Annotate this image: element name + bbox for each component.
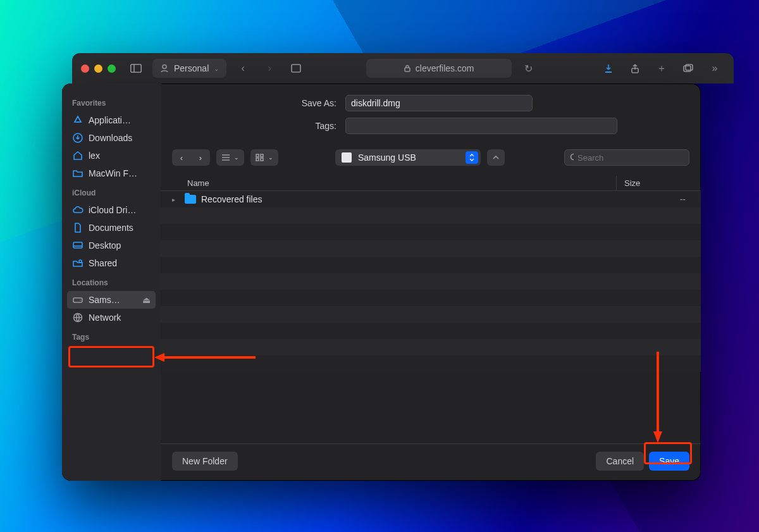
svg-rect-21 [261,154,263,157]
downloads-icon [72,132,83,144]
saveas-input[interactable] [345,95,533,111]
nav-forward-icon[interactable]: › [259,59,280,78]
svg-point-13 [79,260,82,263]
sidebar-item-label: iCloud Dri… [89,205,136,215]
sidebar-item-label: MacWin F… [89,168,137,178]
back-button[interactable]: ‹ [172,149,191,166]
file-name: Recovered files [201,194,262,204]
home-icon [72,150,83,161]
svg-rect-0 [131,65,141,72]
column-size[interactable]: Size [616,176,689,190]
chevron-down-icon: ⌄ [234,154,239,161]
group-button[interactable]: ⌄ [250,149,278,166]
reader-icon[interactable] [286,59,306,78]
svg-rect-11 [73,242,82,248]
file-list[interactable]: ▸ Recovered files -- [161,191,701,443]
tags-input[interactable] [345,118,617,134]
sidebar-item-samsung-usb[interactable]: Sams… ⏏ [67,291,156,309]
column-name[interactable]: Name [172,176,616,190]
folder-icon [185,195,196,204]
address-text: cleverfiles.com [416,63,474,73]
minimize-icon[interactable] [94,65,102,73]
lock-icon [404,65,410,72]
svg-point-2 [163,65,166,69]
reload-icon[interactable]: ↻ [518,59,538,78]
svg-point-15 [80,300,81,301]
svg-rect-23 [261,158,263,161]
sidebar-item-network[interactable]: Network [67,309,156,326]
svg-point-9 [77,121,78,123]
column-headers[interactable]: Name Size [161,172,701,191]
search-input[interactable] [577,153,684,163]
sidebar-item-desktop[interactable]: Desktop [67,237,156,254]
chevron-down-icon: ⌄ [214,65,219,72]
network-icon [72,312,83,323]
external-disk-icon [72,294,83,306]
sidebar-toggle-icon[interactable] [126,59,146,78]
safari-window: Personal ⌄ ‹ › cleverfiles.com ↻ ＋ » [72,53,734,84]
desktop-icon [72,240,83,251]
svg-rect-20 [256,154,259,157]
chevron-up-icon [493,155,499,160]
sidebar-item-downloads[interactable]: Downloads [67,129,156,147]
location-popup[interactable]: Samsung USB [335,149,481,166]
view-list-button[interactable]: ⌄ [216,149,244,166]
save-dialog: Favorites Applicati… Downloads lex MacWi… [62,84,701,481]
sidebar-item-label: Shared [89,258,117,268]
list-icon [221,154,230,161]
sidebar-item-label: Desktop [89,240,121,251]
search-field[interactable] [564,149,689,166]
finder-sidebar: Favorites Applicati… Downloads lex MacWi… [62,84,161,481]
share-icon[interactable] [625,59,645,78]
fullscreen-icon[interactable] [108,65,116,73]
save-button[interactable]: Save [649,452,689,471]
close-icon[interactable] [81,65,89,73]
svg-rect-4 [405,68,410,71]
sidebar-head-icloud: iCloud [67,182,156,201]
disclosure-icon[interactable]: ▸ [172,196,182,203]
folder-icon [72,168,83,179]
profile-label: Personal [174,63,209,73]
sidebar-item-documents[interactable]: Documents [67,219,156,237]
new-folder-button[interactable]: New Folder [172,452,238,471]
grid-icon [256,154,264,161]
file-size: -- [629,194,689,204]
svg-rect-14 [73,298,82,302]
sidebar-item-label: Downloads [89,133,132,143]
sidebar-head-locations: Locations [67,272,156,291]
updown-icon [466,151,478,164]
sidebar-head-tags: Tags [67,326,156,345]
tags-label: Tags: [172,121,336,131]
downloads-icon[interactable] [598,59,619,78]
table-row[interactable]: ▸ Recovered files -- [161,191,701,207]
sidebar-item-applications[interactable]: Applicati… [67,111,156,129]
overflow-icon[interactable]: » [705,59,725,78]
sidebar-item-home[interactable]: lex [67,147,156,164]
eject-icon[interactable]: ⏏ [142,295,151,305]
traffic-lights[interactable] [81,65,116,73]
sidebar-item-label: lex [89,151,100,161]
sidebar-item-label: Applicati… [89,115,131,125]
collapse-button[interactable] [487,149,505,166]
nav-back-icon[interactable]: ‹ [233,59,253,78]
svg-rect-3 [292,65,300,72]
forward-button[interactable]: › [191,149,210,166]
cancel-button[interactable]: Cancel [596,452,644,471]
svg-point-24 [571,154,574,160]
sidebar-item-label: Documents [89,223,133,233]
document-icon [72,222,83,233]
sidebar-item-macwin[interactable]: MacWin F… [67,164,156,182]
new-tab-icon[interactable]: ＋ [651,59,672,78]
chevron-down-icon: ⌄ [268,154,273,161]
sidebar-item-shared[interactable]: Shared [67,254,156,272]
location-label: Samsung USB [358,152,416,163]
sidebar-item-icloud-drive[interactable]: iCloud Dri… [67,201,156,219]
sidebar-item-label: Network [89,312,121,323]
disk-icon [342,152,352,163]
cloud-icon [72,204,83,216]
shared-icon [72,257,83,269]
sidebar-head-favorites: Favorites [67,92,156,111]
tabs-icon[interactable] [678,59,698,78]
profile-picker[interactable]: Personal ⌄ [152,59,226,78]
address-bar[interactable]: cleverfiles.com [366,59,512,78]
